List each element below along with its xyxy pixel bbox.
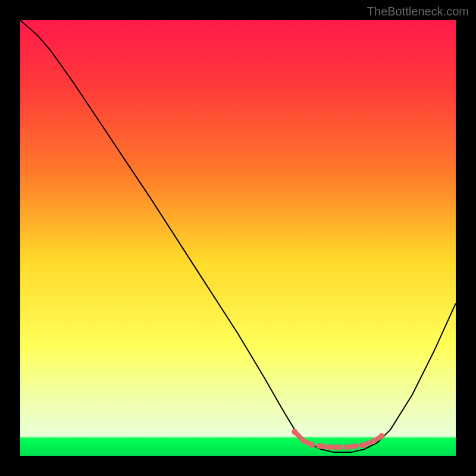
svg-point-2 xyxy=(300,437,306,443)
svg-point-11 xyxy=(379,433,385,439)
marker-band xyxy=(292,429,384,450)
chart-container: TheBottleneck.com xyxy=(0,0,476,476)
svg-point-3 xyxy=(309,442,315,448)
svg-point-9 xyxy=(361,442,367,448)
curve-layer xyxy=(20,20,456,456)
svg-point-1 xyxy=(292,429,298,435)
svg-point-5 xyxy=(327,444,333,450)
watermark-text: TheBottleneck.com xyxy=(367,5,469,18)
svg-point-6 xyxy=(335,444,341,450)
svg-point-10 xyxy=(370,439,376,444)
svg-point-7 xyxy=(344,444,350,450)
svg-point-4 xyxy=(318,443,324,449)
plot-area xyxy=(20,20,456,456)
svg-point-8 xyxy=(353,443,359,449)
bottleneck-curve xyxy=(20,20,456,452)
